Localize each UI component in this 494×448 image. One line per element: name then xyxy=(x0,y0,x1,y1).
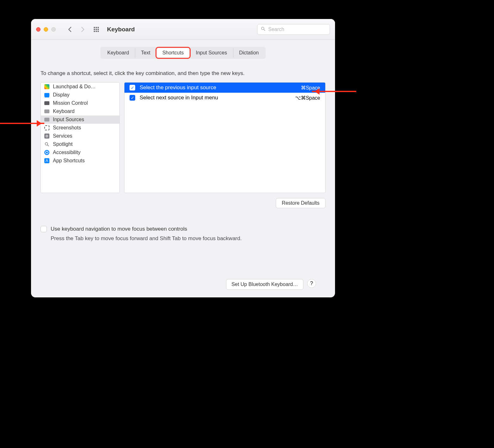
sidebar-item-accessibility[interactable]: Accessibility xyxy=(41,148,119,157)
tab-input-sources[interactable]: Input Sources xyxy=(190,48,233,58)
spotlight-icon xyxy=(44,141,50,147)
tab-text[interactable]: Text xyxy=(135,48,156,58)
window-title: Keyboard xyxy=(107,26,135,33)
keyboard-nav-label: Use keyboard navigation to move focus be… xyxy=(51,226,187,232)
minimize-window-button[interactable] xyxy=(44,27,48,32)
window-controls xyxy=(36,27,56,32)
accessibility-icon xyxy=(44,150,50,155)
shortcut-row-next-input-source[interactable]: ✓ Select next source in Input menu ⌥⌘Spa… xyxy=(124,93,325,103)
keyboard-nav-checkbox-row[interactable]: Use keyboard navigation to move focus be… xyxy=(41,226,326,232)
checkbox-checked-icon[interactable]: ✓ xyxy=(130,85,135,90)
sidebar-item-display[interactable]: Display xyxy=(41,91,119,99)
titlebar: Keyboard xyxy=(31,19,335,40)
tab-dictation[interactable]: Dictation xyxy=(233,48,265,58)
help-button[interactable]: ? xyxy=(307,279,316,288)
sidebar-item-label: App Shortcuts xyxy=(53,158,85,164)
sidebar-item-mission-control[interactable]: Mission Control xyxy=(41,99,119,107)
search-icon xyxy=(261,26,266,33)
system-preferences-window: Keyboard Keyboard Text Shortcuts Input S… xyxy=(31,19,335,297)
sidebar-item-label: Input Sources xyxy=(53,117,84,122)
sidebar-item-label: Mission Control xyxy=(53,100,88,106)
tab-shortcuts[interactable]: Shortcuts xyxy=(156,48,190,58)
nav-buttons xyxy=(65,25,88,34)
shortcut-category-sidebar[interactable]: Launchpad & Do… Display Mission Control … xyxy=(41,82,120,193)
search-field[interactable] xyxy=(257,24,330,35)
launchpad-icon xyxy=(44,84,50,90)
tab-keyboard[interactable]: Keyboard xyxy=(101,48,135,58)
restore-defaults-button[interactable]: Restore Defaults xyxy=(276,198,326,208)
sidebar-item-label: Accessibility xyxy=(53,150,80,155)
display-icon xyxy=(44,92,50,98)
search-input[interactable] xyxy=(268,27,326,32)
sidebar-item-label: Services xyxy=(53,133,72,139)
instructions-text: To change a shortcut, select it, click t… xyxy=(41,70,326,77)
sidebar-item-label: Screenshots xyxy=(53,125,81,131)
sidebar-item-label: Keyboard xyxy=(53,109,75,114)
sidebar-item-label: Spotlight xyxy=(53,141,73,147)
checkbox-checked-icon[interactable]: ✓ xyxy=(130,95,135,101)
sidebar-item-launchpad[interactable]: Launchpad & Do… xyxy=(41,83,119,91)
sidebar-item-input-sources[interactable]: Input Sources xyxy=(41,115,119,124)
svg-line-1 xyxy=(264,29,265,31)
shortcut-list[interactable]: ✓ Select the previous input source ⌘Spac… xyxy=(124,82,326,193)
shortcut-label: Select next source in Input menu xyxy=(140,95,291,101)
sidebar-item-label: Display xyxy=(53,92,69,98)
shortcut-row-previous-input-source[interactable]: ✓ Select the previous input source ⌘Spac… xyxy=(124,83,325,93)
sidebar-item-spotlight[interactable]: Spotlight xyxy=(41,140,119,148)
setup-bluetooth-keyboard-button[interactable]: Set Up Bluetooth Keyboard… xyxy=(226,279,303,290)
svg-point-2 xyxy=(45,143,48,145)
services-icon: ⚙ xyxy=(44,133,50,139)
svg-point-0 xyxy=(262,27,264,29)
keyboard-icon xyxy=(44,109,50,114)
forward-button[interactable] xyxy=(77,25,88,34)
mission-control-icon xyxy=(44,100,50,106)
annotation-arrow-left xyxy=(0,123,44,124)
shortcut-label: Select the previous input source xyxy=(140,84,296,91)
back-button[interactable] xyxy=(65,25,75,34)
close-window-button[interactable] xyxy=(36,27,41,32)
sidebar-item-screenshots[interactable]: Screenshots xyxy=(41,124,119,132)
sidebar-item-keyboard[interactable]: Keyboard xyxy=(41,107,119,115)
show-all-grid-icon[interactable] xyxy=(94,27,99,32)
keyboard-nav-hint: Press the Tab key to move focus forward … xyxy=(41,235,326,242)
zoom-window-button[interactable] xyxy=(51,27,56,32)
shortcut-keys[interactable]: ⌥⌘Space xyxy=(295,95,320,101)
app-shortcuts-icon: A xyxy=(44,158,50,164)
checkbox-unchecked-icon[interactable] xyxy=(41,226,47,232)
tabs: Keyboard Text Shortcuts Input Sources Di… xyxy=(100,47,266,59)
sidebar-item-services[interactable]: ⚙ Services xyxy=(41,132,119,140)
annotation-arrow-right xyxy=(312,91,356,92)
sidebar-item-label: Launchpad & Do… xyxy=(53,84,96,90)
sidebar-item-app-shortcuts[interactable]: A App Shortcuts xyxy=(41,157,119,165)
svg-line-3 xyxy=(48,145,49,146)
